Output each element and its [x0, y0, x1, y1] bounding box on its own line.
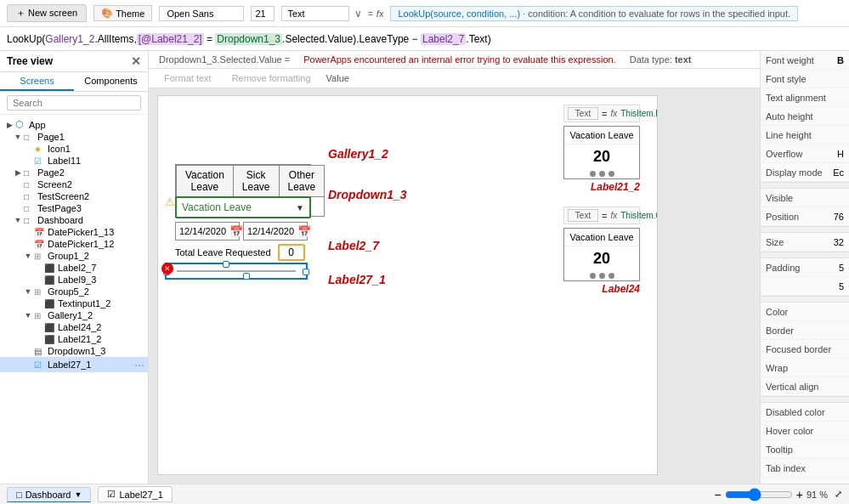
fullscreen-icon[interactable]: ⤢ [835, 489, 842, 500]
prop-color: Color [761, 303, 849, 321]
prop-display-mode: Display mode Ec [761, 163, 849, 182]
mini-gallery-bottom: Text = fx ThisItem.CLB Vacation Leave 20… [563, 207, 640, 295]
prop-overflow: Overflow H [761, 144, 849, 163]
zoom-plus-icon[interactable]: + [796, 488, 803, 501]
new-screen-tab[interactable]: ＋ New screen [7, 4, 87, 22]
group1-icon: ⊞ [34, 252, 46, 261]
label2-7-label: Label2_7 [328, 239, 379, 252]
dot3 [608, 171, 614, 177]
sidebar-item-label2-7[interactable]: ⬛ Label2_7 [0, 262, 148, 274]
error-bar: Dropdown1_3.Selected.Value = PowerApps e… [149, 51, 760, 69]
label27-1-label: Label27_1 [328, 273, 386, 286]
error-message: PowerApps encountered an internal error … [303, 54, 616, 65]
sidebar-item-label11[interactable]: ☑ Label11 [0, 155, 148, 167]
sidebar-item-group5-2[interactable]: ▼ ⊞ Group5_2 [0, 286, 148, 297]
dropdown-widget[interactable]: Vacation Leave ▼ [175, 196, 311, 218]
sidebar-item-icon1[interactable]: ★ Icon1 [0, 143, 148, 155]
tab-screens[interactable]: Screens [0, 72, 74, 91]
mini-gallery-value: 20 [564, 144, 639, 169]
sidebar-item-label24-2[interactable]: ⬛ Label24_2 [0, 321, 148, 333]
close-icon[interactable]: ✕ [131, 54, 141, 68]
sidebar-item-datepicker1-12[interactable]: 📅 DatePicker1_12 [0, 238, 148, 250]
icon1-icon: ★ [34, 144, 46, 154]
prop-padding2: 5 [761, 277, 849, 296]
format-text-button[interactable]: Format text [159, 71, 217, 85]
ellipsis-icon[interactable]: ··· [134, 358, 144, 371]
sidebar-item-dashboard[interactable]: ▼ □ Dashboard [0, 214, 148, 226]
label21-icon: ⬛ [44, 335, 56, 344]
sidebar-item-testpage3[interactable]: □ TestPage3 [0, 202, 148, 214]
sidebar-item-dropdown1-3[interactable]: ▤ Dropdown1_3 [0, 345, 148, 357]
delete-button[interactable]: ✕ [161, 263, 173, 275]
sidebar-item-textinput1-2[interactable]: ⬛ Textinput1_2 [0, 297, 148, 309]
group5-icon: ⊞ [34, 287, 46, 297]
col-other: Other Leave [279, 166, 325, 197]
top-bar: ＋ New screen 🎨 Theme ∨ = fx LookUp(sourc… [0, 0, 849, 27]
sidebar: Tree view ✕ Screens Components ▶ ⬡ App ▼… [0, 51, 149, 484]
prop-divider-5 [761, 396, 849, 403]
tab-components[interactable]: Components [74, 72, 148, 91]
prop-hover-color: Hover color [761, 422, 849, 440]
sidebar-tree: ▶ ⬡ App ▼ □ Page1 ★ Icon1 ☑ Label1 [0, 115, 148, 484]
bottom-bar: □ Dashboard ▼ ☑ Label27_1 − + 91 % ⤢ [0, 484, 849, 504]
sidebar-item-screen2[interactable]: □ Screen2 [0, 178, 148, 190]
date1-value: 12/14/2020 [179, 226, 226, 236]
sidebar-item-label9-3[interactable]: ⬛ Label9_3 [0, 274, 148, 286]
theme-icon: 🎨 [101, 8, 113, 19]
sidebar-item-label27-1[interactable]: ☑ Label27_1 ··· [0, 357, 148, 372]
prop-divider-1 [761, 182, 849, 189]
zoom-slider[interactable] [725, 488, 793, 501]
date-widget-2[interactable]: 12/14/2020 📅 [243, 222, 308, 241]
sidebar-tabs: Screens Components [0, 72, 148, 92]
sidebar-item-page1[interactable]: ▼ □ Page1 [0, 131, 148, 143]
formula-hint: LookUp(source, condition, ...) · conditi… [390, 6, 798, 21]
prop-disabled-color: Disabled color [761, 403, 849, 422]
label27-icon: ☑ [34, 360, 46, 370]
dashboard-page-tab[interactable]: □ Dashboard ▼ [7, 487, 91, 502]
datepicker-icon: 📅 [34, 228, 46, 237]
date-widget-1[interactable]: 12/14/2020 📅 [175, 222, 240, 241]
total-leave-label: Total Leave Requested [175, 247, 271, 258]
sidebar-item-app[interactable]: ▶ ⬡ App [0, 118, 148, 131]
field-name-input[interactable] [281, 6, 349, 21]
dot6 [608, 273, 614, 279]
formula-bar: ∨ = fx LookUp(source, condition, ...) · … [281, 6, 842, 21]
sidebar-item-page2[interactable]: ▶ □ Page2 [0, 167, 148, 178]
mini-gallery-card-top: Vacation Leave 20 [563, 126, 640, 179]
sidebar-item-gallery1-2[interactable]: ▼ ⊞ Gallery1_2 [0, 309, 148, 321]
search-input[interactable] [7, 95, 141, 110]
label27-tab[interactable]: ☑ Label27_1 [98, 486, 172, 502]
prop-font-weight: Font weight B [761, 51, 849, 70]
value-label: Value [326, 73, 349, 83]
calendar-icon-2: 📅 [297, 225, 311, 238]
mfb-formula2: ThisItem.CLB [620, 211, 658, 220]
total-leave-input[interactable] [278, 244, 305, 261]
sidebar-item-datepicker1-13[interactable]: 📅 DatePicker1_13 [0, 226, 148, 238]
prop-wrap: Wrap [761, 359, 849, 377]
sidebar-item-group1-2[interactable]: ▼ ⊞ Group1_2 [0, 250, 148, 262]
prop-text-alignment: Text alignment [761, 88, 849, 107]
mfb-text-label: Text [568, 107, 598, 120]
zoom-out-icon[interactable]: − [715, 488, 722, 501]
testpage3-icon: □ [24, 204, 36, 213]
font-size-input[interactable] [251, 6, 275, 21]
label24-caption: Label24 [563, 283, 640, 295]
sidebar-item-label21-2[interactable]: ⬛ Label21_2 [0, 333, 148, 345]
mfb-text-label2: Text [568, 209, 598, 222]
sidebar-header: Tree view ✕ [0, 51, 148, 72]
prop-divider-2 [761, 226, 849, 233]
gallery-icon: ⊞ [34, 311, 46, 320]
datatype-label: Data type: text [630, 54, 692, 65]
label2-7-icon: ⬛ [44, 263, 56, 273]
remove-formatting-button[interactable]: Remove formatting [227, 71, 316, 85]
mini-gallery-value2: 20 [564, 246, 639, 271]
font-selector[interactable] [159, 6, 244, 21]
plus-icon: ＋ [16, 8, 25, 18]
datepicker12-icon: 📅 [34, 240, 46, 249]
theme-button[interactable]: 🎨 Theme [93, 5, 152, 21]
prop-tab-index: Tab index [761, 459, 849, 478]
mfb-formula1: ThisItem.LeaveType.Value [620, 109, 658, 118]
page2-icon: □ [24, 168, 36, 178]
sidebar-item-testscreen2[interactable]: □ TestScreen2 [0, 190, 148, 202]
canvas-white: Vacation Leave Sick Leave Other Leave 20… [157, 95, 658, 475]
